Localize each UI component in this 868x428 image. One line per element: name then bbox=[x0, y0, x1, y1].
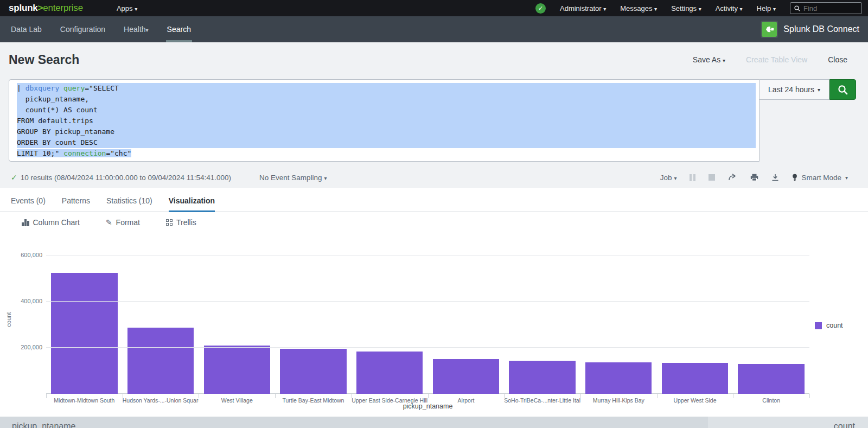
create-table-view-button: Create Table View bbox=[746, 55, 807, 64]
export-download-icon[interactable] bbox=[771, 174, 779, 181]
menu-messages[interactable]: Messages ▾ bbox=[620, 4, 657, 12]
pause-job-icon bbox=[690, 174, 695, 181]
x-axis-tick-mark bbox=[275, 394, 276, 398]
find-input[interactable] bbox=[803, 4, 852, 12]
menu-settings-label: Settings bbox=[671, 4, 697, 12]
page-title: New Search bbox=[9, 53, 79, 67]
results-panel: Events (0) Patterns Statistics (10) Visu… bbox=[0, 188, 868, 417]
bar-Clinton[interactable] bbox=[738, 364, 804, 394]
search-icon bbox=[838, 85, 848, 95]
event-sampling-label: No Event Sampling bbox=[259, 174, 322, 182]
menu-administrator-label: Administrator bbox=[560, 4, 602, 12]
page-header: New Search Save As ▾ Create Table View C… bbox=[0, 42, 868, 77]
splunk-logo[interactable]: splunk>enterprise bbox=[9, 3, 83, 14]
menu-settings[interactable]: Settings ▾ bbox=[671, 4, 701, 12]
gridline bbox=[46, 255, 809, 255]
db-connect-app-icon[interactable] bbox=[761, 21, 778, 38]
caret-down-icon: ▾ bbox=[674, 175, 676, 181]
stop-job-icon bbox=[709, 174, 715, 181]
bar-SoHo-TriBeCa-...nter-Little Italy[interactable] bbox=[509, 361, 575, 394]
query-line: pickup_ntaname, bbox=[17, 94, 756, 105]
query-line: GROUP BY pickup_ntaname bbox=[17, 126, 756, 137]
x-axis-tick-mark bbox=[809, 394, 810, 398]
close-button[interactable]: Close bbox=[828, 55, 847, 64]
x-axis-title: pickup_ntaname bbox=[46, 403, 809, 410]
x-axis-tick-mark bbox=[657, 394, 658, 398]
query-line: count(*) AS count bbox=[17, 105, 756, 116]
y-axis-title: count bbox=[5, 303, 12, 336]
caret-down-icon: ▾ bbox=[699, 6, 701, 12]
job-label: Job bbox=[660, 174, 672, 182]
save-as-button[interactable]: Save As ▾ bbox=[693, 55, 725, 64]
gridline bbox=[46, 301, 809, 302]
time-range-label: Last 24 hours bbox=[768, 85, 814, 94]
column-chart: count Midtown-Midtown SouthHudson Yards-… bbox=[0, 188, 868, 417]
table-header-count[interactable]: count bbox=[708, 417, 868, 428]
bar-West Village[interactable] bbox=[204, 346, 270, 394]
bar-Airport[interactable] bbox=[433, 359, 499, 394]
menu-activity[interactable]: Activity ▾ bbox=[716, 4, 743, 12]
x-axis-tick-mark bbox=[123, 394, 123, 398]
menu-messages-label: Messages bbox=[620, 4, 652, 12]
x-axis-tick-mark bbox=[733, 394, 733, 398]
chart-legend[interactable]: count bbox=[815, 322, 843, 329]
plug-icon bbox=[762, 22, 777, 37]
nav-item-data-lab[interactable]: Data Lab bbox=[11, 16, 42, 42]
query-line: ORDER BY count DESC bbox=[17, 137, 756, 148]
print-icon[interactable] bbox=[750, 174, 758, 181]
table-header-pickup-ntaname[interactable]: pickup_ntaname bbox=[0, 417, 708, 428]
app-nav-bar: Data Lab Configuration Health▾ Search Sp… bbox=[0, 16, 868, 42]
job-menu[interactable]: Job ▾ bbox=[660, 174, 677, 182]
lightbulb-icon bbox=[792, 174, 797, 182]
bar-Hudson Yards-...-Union Square[interactable] bbox=[127, 328, 194, 394]
search-mode-label: Smart Mode bbox=[801, 174, 841, 182]
x-axis-tick-mark bbox=[580, 394, 581, 398]
bar-Midtown-Midtown South[interactable] bbox=[51, 273, 117, 394]
share-icon[interactable] bbox=[728, 174, 737, 181]
nav-item-health-label: Health bbox=[124, 25, 145, 34]
x-axis-tick-mark bbox=[46, 394, 47, 398]
nav-item-configuration[interactable]: Configuration bbox=[60, 16, 105, 42]
caret-down-icon: ▾ bbox=[818, 87, 820, 93]
y-axis-tick-label: 400,000 bbox=[9, 298, 42, 304]
apps-menu[interactable]: Apps ▾ bbox=[117, 4, 137, 12]
x-axis-tick-mark bbox=[504, 394, 505, 398]
event-sampling-dropdown[interactable]: No Event Sampling ▾ bbox=[259, 174, 327, 182]
nav-item-health[interactable]: Health▾ bbox=[124, 16, 149, 42]
menu-help-label: Help bbox=[757, 4, 771, 12]
query-line: FROM default.trips bbox=[17, 116, 756, 126]
results-summary: 10 results (08/04/2024 11:00:00.000 to 0… bbox=[21, 174, 231, 182]
bar-Upper West Side[interactable] bbox=[662, 363, 728, 394]
apps-label: Apps bbox=[117, 4, 133, 12]
caret-down-icon: ▾ bbox=[654, 6, 657, 12]
bar-Upper East Side-Carnegie Hill[interactable] bbox=[356, 352, 423, 394]
caret-down-icon: ▾ bbox=[324, 175, 327, 181]
search-query-input[interactable]: | dbxquery query="SELECT pickup_ntaname,… bbox=[9, 79, 760, 162]
nav-item-search[interactable]: Search bbox=[167, 16, 191, 42]
caret-down-icon: ▾ bbox=[845, 175, 848, 181]
menu-activity-label: Activity bbox=[716, 4, 738, 12]
search-mode-dropdown[interactable]: Smart Mode ▾ bbox=[792, 174, 848, 182]
caret-down-icon: ▾ bbox=[740, 6, 743, 12]
time-range-picker[interactable]: Last 24 hours▾ bbox=[760, 79, 829, 100]
query-line: | dbxquery query="SELECT bbox=[17, 83, 756, 94]
check-icon: ✓ bbox=[11, 173, 17, 182]
menu-help[interactable]: Help ▾ bbox=[757, 4, 776, 12]
caret-down-icon: ▾ bbox=[603, 6, 606, 12]
health-status-icon[interactable]: ✓ bbox=[535, 3, 546, 14]
x-axis-tick-mark bbox=[352, 394, 352, 398]
search-icon bbox=[794, 5, 800, 11]
bar-Turtle Bay-East Midtown[interactable] bbox=[280, 349, 346, 394]
top-bar: splunk>enterprise Apps ▾ ✓ Administrator… bbox=[0, 0, 868, 16]
caret-down-icon: ▾ bbox=[146, 27, 149, 33]
results-bar: ✓ 10 results (08/04/2024 11:00:00.000 to… bbox=[0, 167, 868, 188]
find-search-box[interactable] bbox=[790, 2, 862, 14]
logo-splunk-text: splunk bbox=[9, 3, 38, 13]
caret-down-icon: ▾ bbox=[773, 6, 776, 12]
x-axis-tick-mark bbox=[199, 394, 199, 398]
bar-Murray Hill-Kips Bay[interactable] bbox=[585, 362, 652, 394]
y-axis-tick-label: 200,000 bbox=[9, 344, 42, 350]
search-button[interactable] bbox=[829, 79, 856, 100]
menu-administrator[interactable]: Administrator ▾ bbox=[560, 4, 606, 12]
gridline bbox=[46, 347, 809, 348]
